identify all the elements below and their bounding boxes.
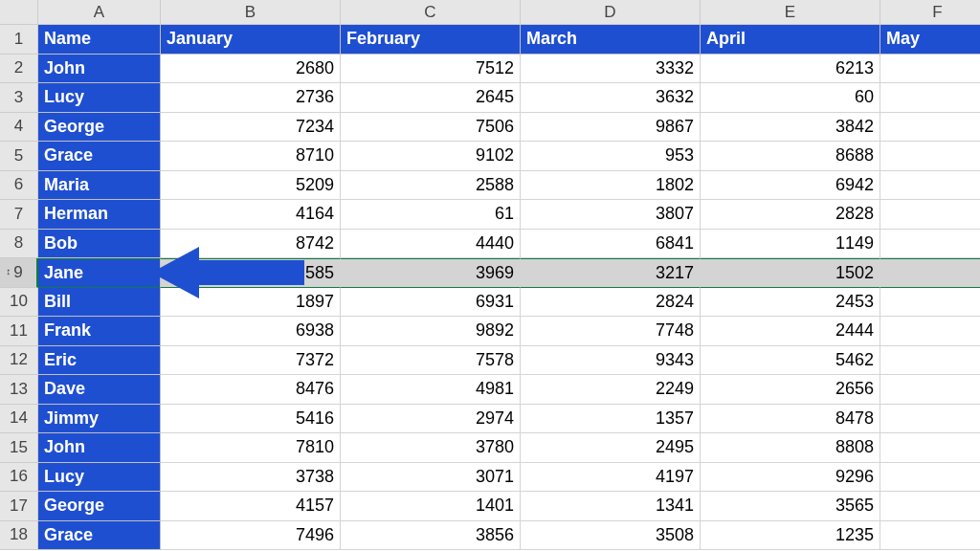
header-cell-february[interactable]: February	[341, 25, 521, 55]
data-cell[interactable]: 2645	[341, 83, 521, 113]
data-cell[interactable]: 9102	[341, 142, 521, 171]
data-cell[interactable]: 2974	[341, 405, 521, 434]
data-cell[interactable]: 61	[341, 200, 521, 230]
name-cell[interactable]: Frank	[38, 317, 161, 346]
data-cell[interactable]: 7748	[521, 317, 701, 346]
row-header-10[interactable]: 10	[0, 288, 38, 318]
row-header-8[interactable]: 8	[0, 230, 38, 259]
data-cell[interactable]: 8688	[701, 142, 880, 171]
column-header-E[interactable]: E	[701, 0, 880, 25]
data-cell[interactable]: 1341	[521, 492, 701, 521]
empty-cell[interactable]	[880, 55, 980, 84]
data-cell[interactable]: 2444	[701, 317, 880, 346]
data-cell[interactable]: 2453	[701, 288, 880, 318]
header-cell-march[interactable]: March	[521, 25, 701, 55]
data-cell[interactable]: 9892	[341, 317, 521, 346]
row-header-12[interactable]: 12	[0, 346, 38, 376]
data-cell[interactable]: 6931	[341, 288, 521, 318]
header-cell-january[interactable]: January	[161, 25, 341, 55]
data-cell[interactable]: 2824	[521, 288, 701, 318]
header-cell-name[interactable]: Name	[38, 25, 161, 55]
data-cell[interactable]: 1897	[161, 288, 341, 318]
data-cell[interactable]: 2680	[161, 55, 341, 84]
data-cell[interactable]: 2656	[701, 375, 880, 405]
empty-cell[interactable]	[880, 142, 980, 171]
column-header-D[interactable]: D	[521, 0, 701, 25]
name-cell[interactable]: Jimmy	[38, 405, 161, 434]
empty-cell[interactable]	[880, 200, 980, 230]
data-cell[interactable]: 7506	[341, 113, 521, 143]
name-cell[interactable]: Lucy	[38, 463, 161, 493]
empty-cell[interactable]	[880, 521, 980, 551]
empty-cell[interactable]	[880, 258, 980, 288]
data-cell[interactable]: 3969	[341, 258, 521, 288]
empty-cell[interactable]	[880, 492, 980, 521]
empty-cell[interactable]	[880, 375, 980, 405]
data-cell[interactable]: 3332	[521, 55, 701, 84]
row-header-14[interactable]: 14	[0, 405, 38, 434]
data-cell[interactable]: 1149	[701, 230, 880, 259]
data-cell[interactable]: 3738	[161, 463, 341, 493]
data-cell[interactable]: 7234	[161, 113, 341, 143]
empty-cell[interactable]	[880, 346, 980, 376]
empty-cell[interactable]	[880, 463, 980, 493]
data-cell[interactable]: 4440	[341, 230, 521, 259]
empty-cell[interactable]	[880, 433, 980, 463]
name-cell[interactable]: Herman	[38, 200, 161, 230]
row-header-3[interactable]: 3	[0, 83, 38, 113]
empty-cell[interactable]	[880, 83, 980, 113]
name-cell[interactable]: Grace	[38, 521, 161, 551]
data-cell[interactable]: 9867	[521, 113, 701, 143]
data-cell[interactable]: 3780	[341, 433, 521, 463]
row-header-16[interactable]: 16	[0, 463, 38, 493]
data-cell[interactable]: 7372	[161, 346, 341, 376]
row-header-9[interactable]: ↔9	[0, 258, 38, 288]
data-cell[interactable]: 3807	[521, 200, 701, 230]
data-cell[interactable]: 3565	[701, 492, 880, 521]
select-all-corner[interactable]	[0, 0, 38, 25]
data-cell[interactable]: 2249	[521, 375, 701, 405]
data-cell[interactable]: 4981	[341, 375, 521, 405]
row-header-17[interactable]: 17	[0, 492, 38, 521]
data-cell[interactable]: 1357	[521, 405, 701, 434]
data-cell[interactable]: 3508	[521, 521, 701, 551]
data-cell[interactable]: 2736	[161, 83, 341, 113]
data-cell[interactable]: 953	[521, 142, 701, 171]
name-cell[interactable]: Maria	[38, 171, 161, 201]
empty-cell[interactable]	[880, 288, 980, 318]
row-header-7[interactable]: 7	[0, 200, 38, 230]
data-cell[interactable]: 6213	[701, 55, 880, 84]
header-cell-may[interactable]: May	[880, 25, 980, 55]
data-cell[interactable]: 1802	[521, 171, 701, 201]
data-cell[interactable]: 4197	[521, 463, 701, 493]
data-cell[interactable]: 2588	[341, 171, 521, 201]
data-cell[interactable]: 3071	[341, 463, 521, 493]
data-cell[interactable]: 8710	[161, 142, 341, 171]
row-header-5[interactable]: 5	[0, 142, 38, 171]
data-cell[interactable]: 7578	[341, 346, 521, 376]
column-header-A[interactable]: A	[38, 0, 161, 25]
data-cell[interactable]: 1401	[341, 492, 521, 521]
data-cell[interactable]: 6942	[701, 171, 880, 201]
data-cell[interactable]: 2495	[521, 433, 701, 463]
data-cell[interactable]: 2828	[701, 200, 880, 230]
data-cell[interactable]: 3842	[701, 113, 880, 143]
row-header-15[interactable]: 15	[0, 433, 38, 463]
data-cell[interactable]: 6938	[161, 317, 341, 346]
column-header-F[interactable]: F	[880, 0, 980, 25]
name-cell[interactable]: George	[38, 492, 161, 521]
empty-cell[interactable]	[880, 405, 980, 434]
data-cell[interactable]: 585	[161, 258, 341, 288]
name-cell[interactable]: Eric	[38, 346, 161, 376]
empty-cell[interactable]	[880, 230, 980, 259]
row-header-13[interactable]: 13	[0, 375, 38, 405]
name-cell[interactable]: Lucy	[38, 83, 161, 113]
data-cell[interactable]: 1502	[701, 258, 880, 288]
row-header-1[interactable]: 1	[0, 25, 38, 55]
data-cell[interactable]: 5462	[701, 346, 880, 376]
column-header-B[interactable]: B	[161, 0, 341, 25]
data-cell[interactable]: 4164	[161, 200, 341, 230]
data-cell[interactable]: 6841	[521, 230, 701, 259]
data-cell[interactable]: 9343	[521, 346, 701, 376]
empty-cell[interactable]	[880, 317, 980, 346]
